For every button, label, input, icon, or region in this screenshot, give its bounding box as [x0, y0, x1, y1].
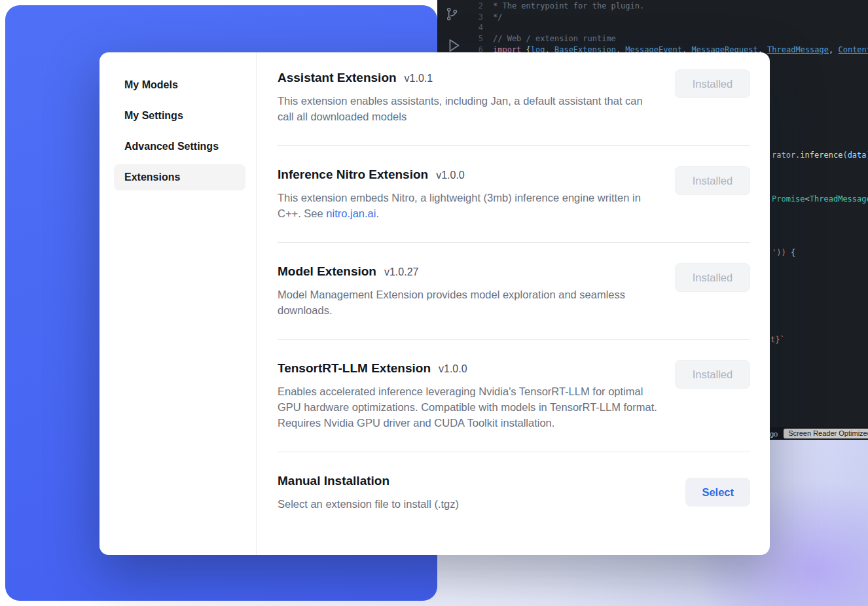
nitro-link[interactable]: nitro.jan.ai. — [326, 207, 379, 219]
code-fragment: rator.inference(data)); — [772, 150, 868, 160]
status-text: go — [770, 430, 778, 438]
extension-description: Enables accelerated inference leveraging… — [278, 383, 660, 431]
sidebar-item-extensions[interactable]: Extensions — [114, 164, 245, 190]
code-fragment: ')) { — [772, 247, 795, 258]
select-file-button[interactable]: Select — [685, 478, 750, 507]
extension-version: v1.0.0 — [439, 363, 467, 375]
code-lines: 2 * The entrypoint for the plugin. 3 */ … — [474, 1, 868, 56]
source-control-branch-icon — [444, 7, 460, 24]
code-text: // Web / extension runtime — [493, 33, 616, 45]
line-number: 3 — [474, 12, 483, 23]
installed-button[interactable]: Installed — [675, 69, 750, 98]
extensions-panel: Assistant Extension v1.0.1 This extensio… — [257, 52, 770, 555]
code-line: 2 * The entrypoint for the plugin. — [474, 1, 868, 12]
code-fragment: Promise<ThreadMessage> — [772, 194, 868, 204]
page-background: 2 * The entrypoint for the plugin. 3 */ … — [0, 0, 868, 606]
manual-installation-title: Manual Installation — [278, 472, 389, 490]
sidebar-item-advanced-settings[interactable]: Advanced Settings — [114, 134, 245, 160]
code-line: 3 */ — [474, 12, 868, 23]
extension-description: This extension embeds Nitro, a lightweig… — [278, 190, 660, 221]
code-line: 4 — [474, 22, 868, 33]
installed-button[interactable]: Installed — [675, 263, 750, 292]
divider — [278, 339, 750, 340]
extension-version: v1.0.0 — [436, 169, 465, 181]
extension-title: TensortRT-LLM Extension — [278, 360, 431, 377]
code-text: * The entrypoint for the plugin. — [493, 1, 644, 12]
divider — [278, 452, 750, 452]
extension-title: Model Extension — [278, 263, 376, 280]
line-number: 5 — [474, 33, 483, 45]
installed-button[interactable]: Installed — [675, 360, 750, 389]
screen-reader-chip: Screen Reader Optimized — [784, 429, 868, 438]
extension-version: v1.0.27 — [384, 266, 418, 278]
extension-title: Inference Nitro Extension — [278, 166, 428, 183]
code-line: 5 // Web / extension runtime — [474, 33, 868, 45]
divider — [278, 145, 750, 146]
line-number: 4 — [474, 22, 483, 33]
settings-sidebar: My Models My Settings Advanced Settings … — [99, 52, 257, 555]
extension-row-model: Model Extension v1.0.27 Model Management… — [278, 263, 750, 318]
extension-description: Model Management Extension provides mode… — [278, 287, 660, 318]
editor-status-bar: go Screen Reader Optimized — [765, 427, 868, 440]
extension-row-tensorrt: TensortRT-LLM Extension v1.0.0 Enables a… — [278, 360, 750, 431]
extension-version: v1.0.1 — [405, 73, 433, 84]
sidebar-item-my-models[interactable]: My Models — [114, 72, 245, 98]
manual-installation-row: Manual Installation Select an extension … — [278, 472, 750, 512]
settings-modal: My Models My Settings Advanced Settings … — [99, 52, 770, 555]
code-text: */ — [493, 12, 502, 23]
extension-row-assistant: Assistant Extension v1.0.1 This extensio… — [278, 69, 750, 124]
installed-button[interactable]: Installed — [675, 166, 750, 195]
extension-title: Assistant Extension — [278, 69, 397, 86]
line-number: 2 — [474, 1, 483, 12]
divider — [278, 242, 750, 243]
extension-description: This extension enables assistants, inclu… — [278, 93, 660, 124]
manual-installation-description: Select an extension file to install (.tg… — [278, 496, 459, 512]
sidebar-item-my-settings[interactable]: My Settings — [114, 103, 245, 129]
extension-row-nitro: Inference Nitro Extension v1.0.0 This ex… — [278, 166, 750, 221]
code-fragment: t}` — [770, 334, 785, 345]
